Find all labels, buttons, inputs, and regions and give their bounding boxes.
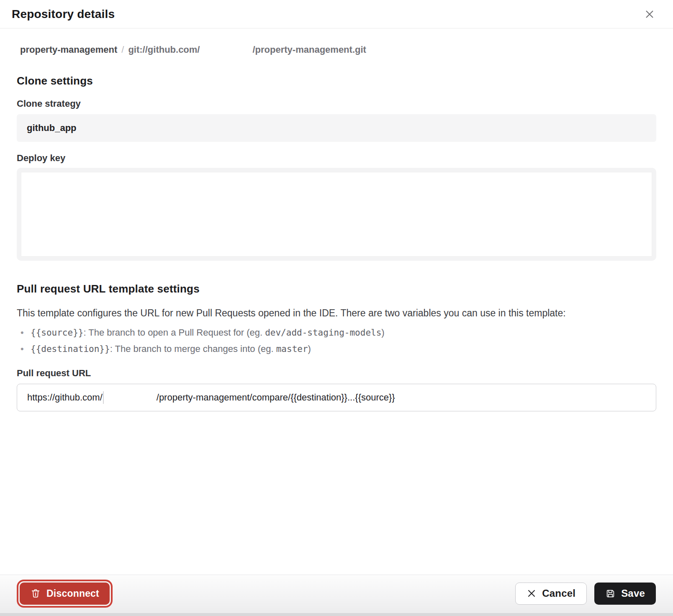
template-variable-destination: {{destination}}: The branch to merge cha… xyxy=(17,343,656,355)
save-floppy-icon xyxy=(605,588,616,599)
cancel-button[interactable]: Cancel xyxy=(515,583,587,605)
disconnect-button-label: Disconnect xyxy=(46,588,99,599)
modal-title: Repository details xyxy=(12,8,115,21)
pull-request-url-label: Pull request URL xyxy=(17,368,656,379)
pull-request-url-input[interactable]: https://github.com//property-management/… xyxy=(17,384,656,411)
destination-variable-example: master xyxy=(276,344,308,354)
source-variable-text: : The branch to open a Pull Request for … xyxy=(83,327,265,338)
clone-strategy-value: github_app xyxy=(27,123,77,133)
disconnect-button[interactable]: Disconnect xyxy=(20,583,110,605)
modal-header: Repository details xyxy=(0,0,673,28)
repository-name: property-management xyxy=(20,44,117,55)
footer-actions: Cancel Save xyxy=(515,583,656,605)
close-icon xyxy=(643,8,656,21)
source-variable-suffix: ) xyxy=(381,327,384,338)
modal-footer: Disconnect Cancel Save xyxy=(0,575,673,616)
breadcrumb: property-management/git://github.com//pr… xyxy=(17,44,656,56)
clone-settings-heading: Clone settings xyxy=(17,74,656,87)
destination-variable-code: {{destination}} xyxy=(31,344,110,354)
clone-strategy-label: Clone strategy xyxy=(17,98,656,109)
modal-body: property-management/git://github.com//pr… xyxy=(0,44,673,411)
cancel-button-label: Cancel xyxy=(542,588,575,599)
template-variable-source: {{source}}: The branch to open a Pull Re… xyxy=(17,326,656,339)
redacted-org-name xyxy=(104,398,157,398)
save-button[interactable]: Save xyxy=(594,583,656,605)
source-variable-example: dev/add-staging-models xyxy=(265,328,381,338)
cancel-x-icon xyxy=(527,588,537,598)
clone-strategy-field: github_app xyxy=(17,114,656,142)
remote-url-suffix: /property-management.git xyxy=(253,44,366,55)
remote-url-prefix: git://github.com/ xyxy=(128,44,200,55)
destination-variable-suffix: ) xyxy=(308,344,311,354)
deploy-key-textarea[interactable] xyxy=(17,168,656,261)
close-button[interactable] xyxy=(641,6,658,23)
pr-template-description: This template configures the URL for new… xyxy=(17,306,656,320)
breadcrumb-separator: / xyxy=(117,44,128,55)
template-variable-list: {{source}}: The branch to open a Pull Re… xyxy=(17,326,656,355)
pull-request-url-prefix: https://github.com/ xyxy=(27,392,103,403)
destination-variable-text: : The branch to merge changes into (eg. xyxy=(110,344,276,354)
deploy-key-label: Deploy key xyxy=(17,153,656,164)
trash-icon xyxy=(30,588,41,599)
pr-template-heading: Pull request URL template settings xyxy=(17,282,656,295)
pull-request-url-suffix: /property-management/compare/{{destinati… xyxy=(157,392,395,403)
redacted-org-name xyxy=(200,52,253,53)
save-button-label: Save xyxy=(621,588,645,599)
source-variable-code: {{source}} xyxy=(31,328,83,338)
